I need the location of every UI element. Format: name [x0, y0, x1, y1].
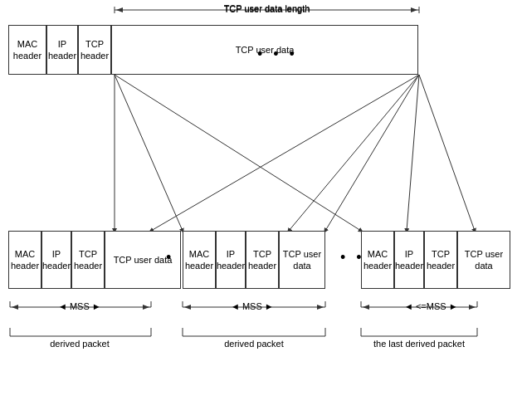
top-tcp-header: TCP header	[78, 25, 111, 75]
p3-tcp-data: TCP user data	[457, 231, 510, 289]
svg-line-10	[419, 75, 475, 231]
bracket-label-3: the last derived packet	[357, 339, 481, 349]
p1-tcp-header: TCP header	[71, 231, 105, 289]
svg-line-7	[289, 75, 419, 231]
p2-tcp-header: TCP header	[246, 231, 279, 289]
p3-ip-header: IP header	[394, 231, 424, 289]
diagram: TCP user data length MAC header IP heade…	[0, 0, 522, 420]
top-ip-header: IP header	[46, 25, 78, 75]
svg-line-6	[151, 75, 419, 231]
top-packet: MAC header IP header TCP header TCP user…	[8, 25, 418, 75]
mss-label-3: ◄ <=MSS ►	[404, 301, 458, 311]
svg-marker-27	[469, 305, 476, 310]
svg-line-9	[407, 75, 419, 231]
p1-ip-header: IP header	[41, 231, 71, 289]
tcp-length-label: TCP user data length	[115, 3, 419, 13]
p2-mac-header: MAC header	[183, 231, 216, 289]
svg-marker-16	[12, 305, 18, 310]
svg-marker-26	[363, 305, 369, 310]
svg-marker-22	[317, 305, 324, 310]
svg-line-12	[115, 75, 361, 231]
bottom-packet-3: MAC header IP header TCP header TCP user…	[361, 231, 510, 289]
mss-label-1: ◄ MSS ►	[58, 301, 101, 311]
svg-marker-21	[184, 305, 191, 310]
p2-ip-header: IP header	[216, 231, 246, 289]
bottom-packet-1: MAC header IP header TCP header TCP user…	[8, 231, 181, 289]
top-mac-header: MAC header	[8, 25, 46, 75]
p1-mac-header: MAC header	[8, 231, 41, 289]
svg-line-8	[325, 75, 419, 231]
p3-mac-header: MAC header	[361, 231, 394, 289]
mss-label-2: ◄ MSS ►	[231, 301, 274, 311]
bracket-label-2: derived packet	[183, 339, 325, 349]
p3-tcp-header: TCP header	[424, 231, 457, 289]
svg-line-11	[115, 75, 183, 231]
bottom-packet-2: MAC header IP header TCP header TCP user…	[183, 231, 325, 289]
svg-marker-17	[143, 305, 149, 310]
top-dots: • • •	[257, 46, 298, 63]
bracket-label-1: derived packet	[8, 339, 151, 349]
p2-tcp-data: TCP user data	[279, 231, 325, 289]
